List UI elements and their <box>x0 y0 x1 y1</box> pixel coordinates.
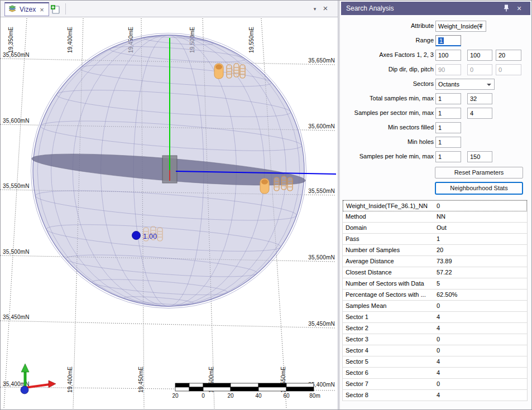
tab-bar: Vizex × ▾ × <box>1 1 338 17</box>
pane-dropdown-icon[interactable]: ▾ <box>311 4 319 13</box>
stats-row[interactable]: Pass1 <box>343 234 527 245</box>
svg-text:19,400mE: 19,400mE <box>67 366 73 393</box>
svg-text:19,400mE: 19,400mE <box>67 27 73 53</box>
search-analysis-panel: Search Analysis × AttributeWeight_Inside… <box>340 1 532 409</box>
form-row-attribute: AttributeWeight_Inside(T <box>340 21 532 32</box>
stats-label: Sector 2 <box>346 325 435 331</box>
svg-text:35,550mN: 35,550mN <box>308 188 335 194</box>
stats-row[interactable]: Sector 84 <box>343 390 527 401</box>
stats-row[interactable]: MethodNN <box>343 211 527 223</box>
range-input-1[interactable]: 1 <box>435 35 461 46</box>
axes-factors-1-2-3-input-1[interactable]: 100 <box>435 50 461 61</box>
panel-close-icon[interactable]: × <box>515 3 524 13</box>
total-samples-min-max-input-1[interactable]: 1 <box>435 93 461 104</box>
stats-row[interactable]: Samples Mean0 <box>343 301 527 312</box>
form-row-dip-dir-dip-pitch: Dip dir, dip, pitch9000 <box>340 64 532 75</box>
stats-value: NN <box>437 213 445 220</box>
stats-value: Out <box>437 224 447 231</box>
svg-text:35,450mN: 35,450mN <box>308 321 335 327</box>
stats-row[interactable]: Sector 70 <box>343 379 527 390</box>
svg-text:35,500mN: 35,500mN <box>308 254 335 261</box>
axes-factors-1-2-3-input-2[interactable]: 100 <box>467 50 492 61</box>
stats-row[interactable]: Number of Sectors with Data5 <box>343 278 527 290</box>
stats-value: 0 <box>437 336 440 343</box>
field-label: Axes Factors 1, 2, 3 <box>340 51 434 58</box>
tab-vizex[interactable]: Vizex × <box>4 2 49 16</box>
chevron-down-icon <box>487 84 491 86</box>
samples-per-hole-min-max-input-2[interactable]: 150 <box>467 151 492 162</box>
stats-row[interactable]: Sector 64 <box>343 368 527 379</box>
stats-label: Sector 4 <box>346 347 435 354</box>
attribute-select[interactable]: Weight_Inside(T <box>435 21 486 32</box>
neighbourhood-stats-table: Weight_Inside(TFe_36.1)_NN0MethodNNDomai… <box>342 200 528 401</box>
min-holes-input-1[interactable]: 1 <box>435 137 461 148</box>
axes-factors-1-2-3-input-3[interactable]: 20 <box>496 50 521 61</box>
stats-row[interactable]: Sector 14 <box>343 312 527 323</box>
stats-value: 5 <box>437 280 440 287</box>
dip-dir-dip-pitch-input-2[interactable]: 0 <box>467 64 492 75</box>
layers-icon <box>8 5 17 14</box>
svg-text:35,650mN: 35,650mN <box>3 52 30 58</box>
sample-point: 1.00 <box>132 231 157 241</box>
stats-row[interactable]: Sector 40 <box>343 345 527 356</box>
stats-label: Pass <box>346 235 435 242</box>
stats-label: Sector 5 <box>346 358 435 365</box>
vizex-viewport[interactable]: 35,650mN35,650mN35,600mN35,600mN35,550mN… <box>1 1 338 409</box>
stats-label: Sector 1 <box>346 313 435 320</box>
stats-row[interactable]: Sector 24 <box>343 323 527 334</box>
samples-per-hole-min-max-input-1[interactable]: 1 <box>435 151 461 162</box>
svg-text:20: 20 <box>172 393 179 399</box>
form-row-sectors: SectorsOctants <box>340 79 532 90</box>
form-row-min-sectors-filled: Min sectors filled1 <box>340 122 532 133</box>
dip-dir-dip-pitch-input-3[interactable]: 0 <box>496 64 521 75</box>
stats-label: Sector 8 <box>346 392 435 398</box>
stats-value: 0 <box>437 302 440 309</box>
stats-row[interactable]: Weight_Inside(TFe_36.1)_NN0 <box>343 200 527 211</box>
form-row-min-holes: Min holes1 <box>340 137 532 148</box>
stats-value: 0 <box>437 202 440 209</box>
svg-text:19,350mE: 19,350mE <box>8 27 14 53</box>
stats-row[interactable]: Average Distance73.89 <box>343 256 527 267</box>
svg-text:0: 0 <box>202 393 205 399</box>
stats-label: Average Distance <box>346 258 435 264</box>
select-value: Weight_Inside(T <box>438 23 483 30</box>
stats-row[interactable]: DomainOut <box>343 223 527 234</box>
stats-row[interactable]: Percentage of Sectors with ...62.50% <box>343 290 527 301</box>
stats-label: Percentage of Sectors with ... <box>346 291 435 298</box>
neighbourhood-stats-button[interactable]: Neighbourhood Stats <box>435 182 523 195</box>
samples-per-sector-min-max-input-1[interactable]: 1 <box>435 108 461 119</box>
svg-text:60: 60 <box>283 393 290 399</box>
new-tab-button[interactable] <box>49 3 62 16</box>
samples-per-sector-min-max-input-2[interactable]: 4 <box>467 108 492 119</box>
field-label: Sectors <box>340 80 434 87</box>
stats-label: Sector 7 <box>346 380 435 387</box>
stats-label: Number of Sectors with Data <box>346 280 435 287</box>
pane-close-icon[interactable]: × <box>321 3 330 14</box>
stats-row[interactable]: Sector 54 <box>343 356 527 368</box>
sample-point-dot <box>132 231 141 240</box>
form-row-samples-per-sector-min-max: Samples per sector min, max14 <box>340 108 532 119</box>
total-samples-min-max-input-2[interactable]: 32 <box>467 93 492 104</box>
stats-value: 57.22 <box>437 269 452 276</box>
stats-value: 73.89 <box>437 258 452 264</box>
stats-value: 4 <box>437 313 440 320</box>
min-sectors-filled-input-1[interactable]: 1 <box>435 122 461 133</box>
form-row-axes-factors-1-2-3: Axes Factors 1, 2, 310010020 <box>340 50 532 61</box>
pin-icon[interactable] <box>502 4 510 12</box>
stats-label: Domain <box>346 224 435 231</box>
stats-row[interactable]: Closest Distance57.22 <box>343 267 527 278</box>
sectors-select[interactable]: Octants <box>435 79 495 90</box>
stats-label: Samples Mean <box>346 302 435 309</box>
vizex-pane: 35,650mN35,650mN35,600mN35,600mN35,550mN… <box>1 1 338 409</box>
stats-value: 4 <box>437 369 440 376</box>
stats-row[interactable]: Sector 30 <box>343 334 527 345</box>
field-label: Min holes <box>340 138 434 145</box>
reset-parameters-button[interactable]: Reset Parameters <box>435 167 523 179</box>
tab-close-icon[interactable]: × <box>40 6 44 14</box>
dip-dir-dip-pitch-input-1[interactable]: 90 <box>435 64 461 75</box>
stats-row[interactable]: Number of Samples20 <box>343 245 527 256</box>
stats-label: Closest Distance <box>346 269 435 276</box>
tab-vizex-label: Vizex <box>20 6 36 13</box>
panel-title: Search Analysis <box>346 4 394 12</box>
new-page-icon <box>50 4 60 15</box>
